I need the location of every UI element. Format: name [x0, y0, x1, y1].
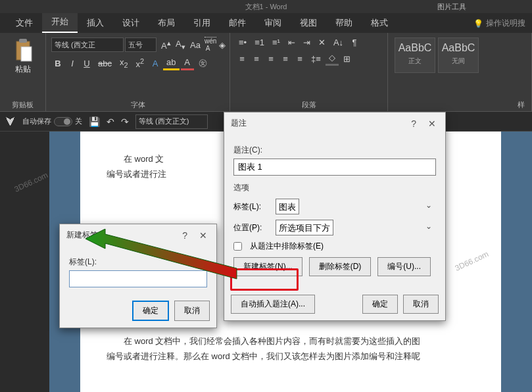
text-effects-button[interactable]: A — [149, 57, 162, 70]
paste-button[interactable]: 粘贴 — [5, 36, 40, 78]
paste-label: 粘贴 — [15, 64, 31, 75]
clear-formatting-button[interactable]: ◈ — [216, 39, 229, 51]
font-name-select[interactable] — [51, 37, 124, 52]
tab-view[interactable]: 视图 — [291, 13, 326, 33]
sort-button[interactable]: A↓ — [330, 36, 347, 49]
decrease-indent-button[interactable]: ⇤ — [285, 36, 299, 49]
caption-input[interactable] — [233, 159, 436, 176]
clipboard-icon — [12, 39, 34, 62]
tab-design[interactable]: 设计 — [113, 13, 149, 33]
dialog-title: 题注 — [231, 118, 247, 129]
ribbon-tabs: 文件 开始 插入 设计 布局 引用 邮件 审阅 视图 帮助 格式 💡 操作说明搜 — [0, 13, 532, 33]
font-size-select[interactable] — [125, 37, 157, 52]
tab-format[interactable]: 格式 — [362, 13, 397, 33]
asian-layout-button[interactable]: ✕ — [315, 36, 329, 49]
decrease-font-button[interactable]: A▾ — [172, 37, 185, 53]
toggle-icon — [54, 117, 72, 126]
contextual-tab-label: 图片工具 — [437, 0, 466, 13]
tab-mailings[interactable]: 邮件 — [220, 13, 255, 33]
title-bar: 文档1 - Word 图片工具 — [0, 0, 532, 13]
multilevel-list-button[interactable]: ≡¹ — [269, 36, 283, 49]
exclude-label-checkbox[interactable] — [233, 242, 242, 251]
styles-group: AaBbC 正文 AaBbC 无间 样 — [388, 33, 532, 111]
tab-insert[interactable]: 插入 — [78, 13, 113, 33]
strikethrough-button[interactable]: abc — [95, 57, 115, 70]
exclude-label-text: 从题注中排除标签(E) — [250, 241, 324, 252]
tab-layout[interactable]: 布局 — [149, 13, 184, 33]
font-group-label: 字体 — [131, 100, 145, 110]
increase-font-button[interactable]: A▴ — [158, 37, 171, 52]
style-nospace[interactable]: AaBbC 无间 — [438, 37, 479, 73]
change-case-button[interactable]: Aa — [187, 39, 200, 51]
increase-indent-button[interactable]: ⇥ — [300, 36, 314, 49]
tab-home[interactable]: 开始 — [42, 12, 78, 33]
close-button[interactable]: ✕ — [425, 118, 439, 129]
numbering-button[interactable]: 编号(U)... — [377, 257, 431, 276]
qat-font-select[interactable] — [135, 114, 208, 129]
cancel-button[interactable]: 取消 — [174, 301, 210, 321]
new-label-dialog: 新建标签 ? ✕ 标签(L): 确定 取消 — [59, 224, 217, 328]
font-color-button[interactable]: A — [181, 56, 194, 70]
enclose-char-button[interactable]: ㊛ — [195, 56, 210, 70]
redo-button[interactable]: ↷ — [121, 116, 129, 127]
shading-button[interactable]: ◇ — [326, 51, 339, 66]
clipboard-group: 粘贴 剪贴板 — [0, 33, 46, 111]
label-select-label: 标签(L): — [233, 201, 270, 212]
new-label-button[interactable]: 新建标签(N)... — [233, 257, 302, 276]
tab-references[interactable]: 引用 — [184, 13, 220, 33]
help-button[interactable]: ? — [180, 230, 190, 241]
tab-help[interactable]: 帮助 — [326, 13, 362, 33]
bullets-button[interactable]: ≡• — [235, 36, 250, 49]
italic-button[interactable]: I — [66, 57, 79, 70]
save-button[interactable]: 💾 — [89, 116, 100, 127]
label-select[interactable]: 图表 — [276, 199, 299, 214]
distributed-button[interactable]: ≡ — [293, 53, 306, 65]
options-label: 选项 — [233, 182, 436, 193]
phonetic-guide-button[interactable]: wénA — [201, 36, 214, 53]
tab-file[interactable]: 文件 — [7, 13, 42, 33]
autosave-toggle[interactable]: 自动保存 关 — [22, 116, 82, 126]
show-marks-button[interactable]: ¶ — [348, 36, 361, 49]
body-text: 在 word 文档中，我们经常会插入各种图片内容，而有时就需要为这些插入的图 — [107, 333, 475, 349]
line-spacing-button[interactable]: ‡≡ — [308, 53, 324, 65]
delete-label-button[interactable]: 删除标签(D) — [309, 257, 372, 276]
label-input[interactable] — [69, 270, 207, 287]
superscript-button[interactable]: x2 — [133, 56, 148, 70]
dialog-titlebar[interactable]: 题注 ? ✕ — [224, 112, 445, 134]
tell-me-search[interactable]: 💡 操作说明搜 — [467, 14, 532, 33]
watermark: 3D66.com — [13, 170, 49, 194]
align-right-button[interactable]: ≡ — [264, 53, 278, 65]
bold-button[interactable]: B — [51, 57, 64, 70]
numbering-button[interactable]: ≡1 — [251, 36, 268, 49]
lightbulb-icon: 💡 — [473, 19, 483, 28]
justify-button[interactable]: ≡ — [279, 53, 292, 65]
close-button[interactable]: ✕ — [197, 230, 210, 241]
paragraph-group: ≡• ≡1 ≡¹ ⇤ ⇥ ✕ A↓ ¶ ≡ ≡ ≡ ≡ ≡ ‡≡ ◇ ⊞ 段落 — [230, 33, 388, 111]
position-select[interactable]: 所选项目下方 — [276, 220, 333, 235]
highlight-button[interactable]: ab — [163, 56, 179, 70]
borders-button[interactable]: ⊞ — [340, 53, 354, 65]
caption-field-label: 题注(C): — [233, 145, 436, 156]
svg-rect-1 — [19, 39, 27, 43]
position-select-label: 位置(P): — [233, 222, 270, 233]
style-normal[interactable]: AaBbC 正文 — [395, 37, 435, 73]
dialog-titlebar[interactable]: 新建标签 ? ✕ — [60, 224, 216, 246]
styles-group-label: 样 — [518, 100, 525, 110]
align-left-button[interactable]: ≡ — [235, 53, 249, 65]
caption-dialog: 题注 ? ✕ 题注(C): 选项 标签(L): 图表 位置(P): 所选项目下方… — [224, 112, 446, 321]
undo-button[interactable]: ↶ — [107, 116, 114, 127]
ok-button[interactable]: 确定 — [132, 301, 169, 321]
qat-expand-icon[interactable]: ⮟ — [5, 116, 16, 128]
help-button[interactable]: ? — [408, 118, 419, 129]
paragraph-group-label: 段落 — [302, 100, 316, 110]
clipboard-group-label: 剪贴板 — [12, 100, 34, 110]
svg-rect-2 — [21, 47, 32, 61]
ok-button[interactable]: 确定 — [362, 295, 398, 314]
subscript-button[interactable]: x2 — [116, 56, 132, 70]
tab-review[interactable]: 审阅 — [255, 13, 291, 33]
cancel-button[interactable]: 取消 — [403, 295, 439, 314]
dialog-title: 新建标签 — [66, 230, 98, 241]
auto-caption-button[interactable]: 自动插入题注(A)... — [231, 295, 315, 314]
align-center-button[interactable]: ≡ — [250, 53, 263, 65]
underline-button[interactable]: U — [80, 57, 93, 70]
